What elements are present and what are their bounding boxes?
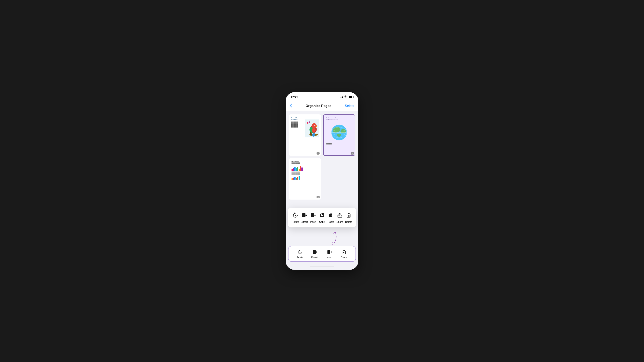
phone-frame: 17:22 (286, 92, 358, 270)
context-menu: Rotate Extract Insert (288, 208, 356, 227)
svg-point-10 (307, 123, 308, 123)
toolbar-item-delete[interactable]: Delete (339, 249, 349, 259)
nav-bar: Organize Pages Select (286, 101, 358, 111)
toolbar-rotate-icon (297, 249, 303, 255)
signal-bars-icon (340, 96, 343, 98)
page-number-1: 1 (316, 152, 320, 155)
menu-label-paste: Paste (328, 221, 334, 223)
page-thumb-1[interactable]: Essentialsof Ecology ████████████████ ██… (289, 114, 321, 156)
svg-point-6 (312, 123, 317, 128)
signal-bar-1 (340, 98, 340, 98)
page-number-2: 2 (351, 152, 354, 155)
svg-point-37 (300, 252, 300, 253)
share-icon (336, 212, 344, 219)
menu-item-delete[interactable]: Delete (344, 212, 353, 223)
toolbar-item-extract[interactable]: Extract (310, 249, 320, 259)
menu-item-insert[interactable]: Insert (309, 212, 318, 223)
pages-grid: Essentialsof Ecology ████████████████ ██… (286, 111, 358, 203)
signal-bar-3 (342, 97, 342, 98)
insert-icon (310, 212, 317, 219)
home-bar (310, 267, 334, 267)
chart-visualization (292, 165, 318, 171)
page-title: Organize Pages (306, 104, 332, 108)
home-indicator (286, 265, 358, 270)
svg-point-5 (312, 128, 316, 133)
svg-point-8 (315, 125, 315, 125)
menu-label-extract: Extract (300, 221, 308, 223)
toolbar-item-rotate[interactable]: Rotate (295, 249, 305, 259)
paste-icon (327, 212, 334, 219)
toolbar-insert-icon (327, 249, 332, 255)
svg-point-12 (309, 122, 310, 122)
page-number-3: 3 (316, 196, 320, 198)
back-button[interactable] (290, 103, 292, 109)
status-bar: 17:22 (286, 92, 358, 101)
menu-label-copy: Copy (319, 221, 325, 223)
menu-item-paste[interactable]: Paste (326, 212, 335, 223)
menu-item-copy[interactable]: Copy (318, 212, 326, 223)
extract-icon (300, 212, 308, 219)
menu-label-rotate: Rotate (292, 221, 299, 223)
svg-point-22 (295, 215, 296, 216)
battery-icon (349, 96, 354, 98)
annotation-arrow-area (286, 229, 358, 245)
svg-point-15 (340, 129, 346, 133)
status-icons (340, 95, 354, 98)
signal-bar-4 (342, 96, 343, 98)
toolbar-extract-icon (312, 249, 318, 255)
svg-rect-40 (328, 250, 330, 254)
chart-visualization-2 (292, 176, 318, 180)
select-button[interactable]: Select (345, 104, 354, 108)
copy-icon (318, 212, 326, 219)
wifi-icon (344, 95, 348, 98)
bottom-toolbar: Rotate Extract Insert (288, 246, 356, 262)
toolbar-item-insert[interactable]: Insert (324, 249, 334, 259)
menu-item-extract[interactable]: Extract (300, 212, 309, 223)
menu-label-share: Share (336, 221, 343, 223)
arrow-annotation (324, 229, 340, 245)
rotate-icon (292, 212, 299, 219)
status-time: 17:22 (290, 95, 298, 99)
page1-text: ████████████████ ████████████████ ██████… (291, 121, 305, 127)
toolbar-delete-icon (342, 249, 347, 255)
page2-title: How Can Improve YourStudy and Learning S… (326, 117, 352, 120)
toolbar-label-extract: Extract (311, 256, 318, 259)
delete-icon (345, 212, 352, 219)
menu-label-insert: Insert (310, 221, 316, 223)
svg-rect-25 (311, 213, 314, 217)
page-thumb-2[interactable]: How Can Improve YourStudy and Learning S… (323, 114, 355, 156)
page1-title: Essentialsof Ecology (291, 117, 305, 120)
signal-bar-2 (340, 97, 341, 98)
menu-item-share[interactable]: Share (335, 212, 344, 223)
toolbar-label-rotate: Rotate (296, 256, 303, 259)
toolbar-label-insert: Insert (327, 256, 332, 259)
page3-title: DATA ANALYSIS (292, 161, 318, 162)
svg-rect-32 (330, 214, 332, 214)
toolbar-label-delete: Delete (341, 256, 348, 259)
menu-item-rotate[interactable]: Rotate (291, 212, 300, 223)
menu-label-delete: Delete (345, 221, 352, 223)
page-thumb-3[interactable]: DATA ANALYSIS ████████████████████ █████… (289, 158, 321, 200)
